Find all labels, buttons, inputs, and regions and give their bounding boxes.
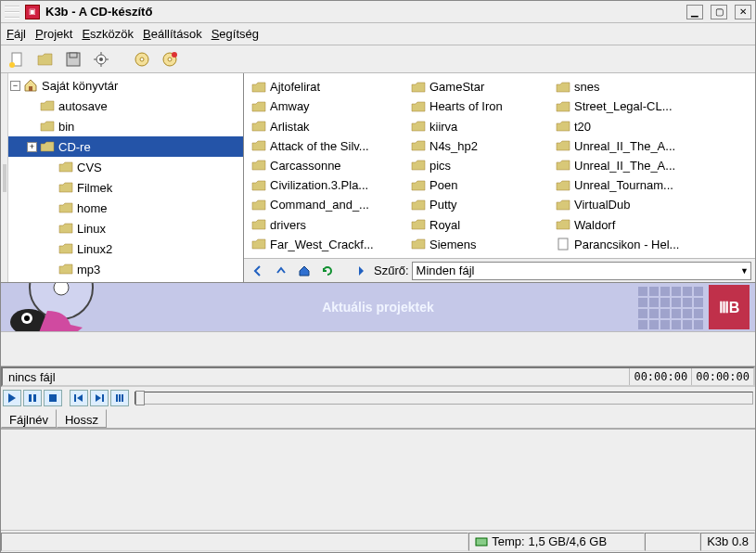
file-item[interactable]: kiirva bbox=[411, 116, 550, 135]
svg-point-14 bbox=[54, 283, 69, 295]
tree-item[interactable]: home bbox=[8, 198, 243, 218]
file-pane: AjtofeliratAmwayArlistakAttack of the Si… bbox=[244, 73, 755, 282]
file-item[interactable]: Poen bbox=[411, 175, 550, 195]
tree[interactable]: −Saját könyvtárautosavebin+CD-reCVSFilme… bbox=[8, 73, 243, 282]
file-list[interactable]: AjtofeliratAmwayArlistakAttack of the Si… bbox=[244, 73, 755, 258]
file-item[interactable]: Royal bbox=[411, 215, 550, 235]
filter-bar: Szűrő: Minden fájl ▼ bbox=[244, 258, 755, 282]
nav-up-button[interactable] bbox=[271, 262, 291, 280]
column-filename[interactable]: Fájlnév bbox=[1, 409, 57, 428]
pause-button[interactable] bbox=[23, 390, 42, 406]
file-item[interactable]: Attack of the Silv... bbox=[251, 136, 405, 156]
player-time-1: 00:00:00 bbox=[629, 368, 691, 385]
nav-home-button[interactable] bbox=[294, 262, 314, 280]
tree-item[interactable]: CVS bbox=[8, 157, 243, 177]
file-item[interactable]: Carcassonne bbox=[251, 156, 405, 175]
file-item[interactable]: Putty bbox=[411, 195, 550, 214]
file-item[interactable]: Ajtofelirat bbox=[251, 77, 405, 96]
file-item[interactable]: t20 bbox=[556, 116, 713, 135]
column-headers: Fájlnév Hossz bbox=[1, 409, 755, 430]
save-button[interactable] bbox=[62, 48, 84, 71]
file-item[interactable]: Hearts of Iron bbox=[411, 96, 550, 116]
pane-handle[interactable] bbox=[1, 73, 8, 282]
menu-help[interactable]: Segítség bbox=[211, 27, 259, 41]
prev-button[interactable] bbox=[70, 390, 88, 406]
file-item[interactable]: snes bbox=[556, 77, 713, 96]
folder-icon bbox=[556, 198, 570, 212]
maximize-button[interactable]: ▢ bbox=[711, 5, 727, 19]
burn-cd2-button[interactable] bbox=[159, 48, 181, 71]
file-item[interactable]: Unreal_II_The_A... bbox=[556, 156, 713, 175]
tree-item[interactable]: mp3 bbox=[8, 259, 243, 279]
nav-reload-button[interactable] bbox=[317, 262, 338, 280]
folder-icon bbox=[251, 237, 266, 251]
folder-icon bbox=[251, 80, 266, 95]
title-grip[interactable] bbox=[5, 6, 19, 19]
player-status-bar: nincs fájl 00:00:00 00:00:00 bbox=[1, 367, 755, 387]
status-temp: Temp: 1,5 GB/4,6 GB bbox=[468, 533, 645, 551]
file-item[interactable]: Waldorf bbox=[556, 215, 713, 235]
tree-item[interactable]: +CD-re bbox=[8, 136, 243, 157]
file-item[interactable]: Parancsikon - Hel... bbox=[556, 235, 713, 254]
tree-item[interactable]: Filmek bbox=[8, 177, 243, 198]
seek-slider[interactable] bbox=[135, 392, 753, 405]
folder-icon bbox=[411, 237, 426, 251]
file-item[interactable]: Civilization.3.Pla... bbox=[251, 175, 405, 195]
file-item[interactable]: Command_and_... bbox=[251, 195, 405, 214]
file-item[interactable]: pics bbox=[411, 156, 550, 175]
temp-icon bbox=[475, 535, 488, 548]
file-item[interactable]: Unreal_II_The_A... bbox=[556, 136, 713, 156]
folder-icon bbox=[556, 217, 570, 232]
svg-point-9 bbox=[168, 58, 172, 61]
minimize-button[interactable]: ▁ bbox=[686, 5, 703, 19]
burn-cd-button[interactable] bbox=[131, 48, 153, 71]
settings-button[interactable] bbox=[90, 48, 112, 71]
file-item[interactable]: Far_West_Crackf... bbox=[251, 235, 405, 254]
svg-rect-12 bbox=[558, 238, 568, 250]
titlebar[interactable]: ▣ K3b - A CD-készítő ▁ ▢ ✕ bbox=[1, 1, 755, 23]
project-area[interactable] bbox=[1, 430, 755, 530]
folder-icon bbox=[251, 178, 266, 193]
open-button[interactable] bbox=[34, 48, 57, 71]
file-item[interactable]: Siemens bbox=[411, 235, 550, 254]
filter-combo[interactable]: Minden fájl ▼ bbox=[412, 262, 751, 280]
file-item[interactable]: Arlistak bbox=[251, 116, 405, 135]
menu-settings[interactable]: Beállítások bbox=[143, 27, 202, 41]
tree-root[interactable]: −Saját könyvtár bbox=[8, 75, 243, 96]
close-button[interactable]: ✕ bbox=[735, 5, 751, 19]
playlist-button[interactable] bbox=[110, 390, 129, 406]
svg-rect-21 bbox=[74, 394, 76, 402]
tree-item[interactable]: Linux2 bbox=[8, 238, 243, 259]
seek-thumb[interactable] bbox=[135, 391, 145, 405]
menu-project[interactable]: Projekt bbox=[35, 27, 72, 41]
player-controls bbox=[1, 387, 755, 409]
folder-icon bbox=[556, 119, 570, 134]
svg-rect-19 bbox=[33, 394, 36, 402]
menu-tools[interactable]: Eszközök bbox=[82, 27, 134, 41]
file-item[interactable]: Street_Legal-CL... bbox=[556, 96, 713, 116]
tree-item[interactable]: Linux bbox=[8, 218, 243, 238]
file-item[interactable]: N4s_hp2 bbox=[411, 136, 550, 156]
tree-item[interactable]: autosave bbox=[8, 96, 243, 116]
file-item[interactable]: GameStar bbox=[411, 77, 550, 96]
folder-icon bbox=[556, 138, 570, 153]
folder-icon bbox=[411, 178, 426, 193]
column-length[interactable]: Hossz bbox=[57, 409, 107, 428]
file-item[interactable]: VirtualDub bbox=[556, 195, 713, 214]
svg-rect-22 bbox=[102, 394, 104, 402]
stop-button[interactable] bbox=[44, 390, 62, 406]
folder-icon bbox=[411, 119, 426, 134]
play-button[interactable] bbox=[3, 390, 21, 406]
folder-icon bbox=[251, 198, 266, 212]
svg-point-5 bbox=[99, 58, 103, 61]
file-item[interactable]: drivers bbox=[251, 215, 405, 235]
next-button[interactable] bbox=[90, 390, 109, 406]
new-button[interactable] bbox=[6, 48, 29, 71]
nav-forward-button[interactable] bbox=[351, 262, 371, 280]
tree-item[interactable]: bin bbox=[8, 116, 243, 136]
folder-icon bbox=[411, 158, 426, 173]
file-item[interactable]: Unreal_Tournam... bbox=[556, 175, 713, 195]
file-item[interactable]: Amway bbox=[251, 96, 405, 116]
menu-file[interactable]: FFájlájl bbox=[6, 27, 26, 41]
nav-back-button[interactable] bbox=[248, 262, 268, 280]
